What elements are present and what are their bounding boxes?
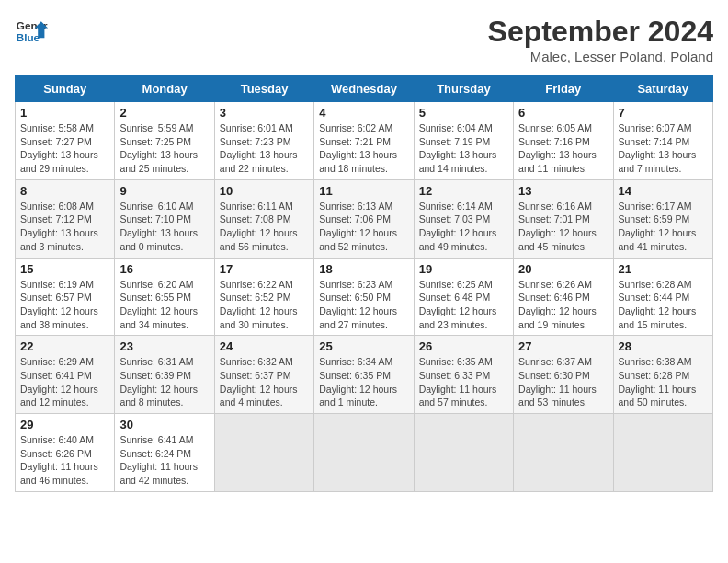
weekday-header: Monday — [115, 76, 214, 102]
day-info: Sunrise: 6:32 AM Sunset: 6:37 PM Dayligh… — [220, 355, 309, 409]
calendar-cell: 24Sunrise: 6:32 AM Sunset: 6:37 PM Dayli… — [214, 336, 313, 414]
calendar-table: SundayMondayTuesdayWednesdayThursdayFrid… — [15, 75, 713, 492]
day-number: 16 — [119, 262, 209, 276]
calendar-cell: 28Sunrise: 6:38 AM Sunset: 6:28 PM Dayli… — [613, 336, 712, 414]
calendar-cell: 22Sunrise: 6:29 AM Sunset: 6:41 PM Dayli… — [16, 336, 115, 414]
day-number: 23 — [119, 339, 209, 353]
day-number: 2 — [119, 106, 209, 120]
calendar-week-row: 8Sunrise: 6:08 AM Sunset: 7:12 PM Daylig… — [16, 179, 713, 258]
day-info: Sunrise: 6:02 AM Sunset: 7:21 PM Dayligh… — [319, 121, 408, 176]
day-info: Sunrise: 6:17 AM Sunset: 6:59 PM Dayligh… — [619, 200, 708, 254]
day-info: Sunrise: 6:20 AM Sunset: 6:55 PM Dayligh… — [119, 278, 209, 332]
calendar-week-row: 15Sunrise: 6:19 AM Sunset: 6:57 PM Dayli… — [16, 258, 713, 336]
day-number: 19 — [419, 262, 508, 276]
day-number: 5 — [419, 106, 508, 120]
calendar-cell: 25Sunrise: 6:34 AM Sunset: 6:35 PM Dayli… — [314, 336, 414, 414]
day-info: Sunrise: 6:10 AM Sunset: 7:10 PM Dayligh… — [119, 200, 209, 254]
day-info: Sunrise: 6:28 AM Sunset: 6:44 PM Dayligh… — [619, 278, 708, 332]
day-number: 8 — [20, 184, 109, 198]
day-number: 9 — [119, 184, 209, 198]
day-info: Sunrise: 6:14 AM Sunset: 7:03 PM Dayligh… — [419, 200, 508, 254]
day-info: Sunrise: 6:41 AM Sunset: 6:24 PM Dayligh… — [119, 433, 209, 488]
calendar-cell: 15Sunrise: 6:19 AM Sunset: 6:57 PM Dayli… — [16, 258, 115, 336]
calendar-cell — [613, 414, 712, 492]
calendar-cell: 21Sunrise: 6:28 AM Sunset: 6:44 PM Dayli… — [613, 258, 712, 336]
calendar-cell: 7Sunrise: 6:07 AM Sunset: 7:14 PM Daylig… — [613, 102, 712, 180]
weekday-header: Wednesday — [314, 76, 414, 102]
calendar-body: 1Sunrise: 5:58 AM Sunset: 7:27 PM Daylig… — [16, 102, 713, 492]
calendar-cell — [214, 414, 313, 492]
day-number: 29 — [20, 418, 109, 431]
calendar-cell: 1Sunrise: 5:58 AM Sunset: 7:27 PM Daylig… — [16, 102, 115, 180]
location: Malec, Lesser Poland, Poland — [488, 49, 713, 64]
weekday-header: Sunday — [16, 76, 115, 102]
day-number: 12 — [419, 184, 508, 198]
calendar-cell: 12Sunrise: 6:14 AM Sunset: 7:03 PM Dayli… — [414, 179, 513, 258]
day-number: 17 — [220, 262, 309, 276]
calendar-cell: 23Sunrise: 6:31 AM Sunset: 6:39 PM Dayli… — [115, 336, 214, 414]
day-number: 7 — [619, 106, 708, 120]
day-info: Sunrise: 6:22 AM Sunset: 6:52 PM Dayligh… — [220, 278, 309, 332]
calendar-cell: 30Sunrise: 6:41 AM Sunset: 6:24 PM Dayli… — [115, 414, 214, 492]
calendar-cell: 4Sunrise: 6:02 AM Sunset: 7:21 PM Daylig… — [314, 102, 414, 180]
day-number: 15 — [20, 262, 109, 276]
day-info: Sunrise: 5:58 AM Sunset: 7:27 PM Dayligh… — [20, 121, 109, 176]
calendar-week-row: 22Sunrise: 6:29 AM Sunset: 6:41 PM Dayli… — [16, 336, 713, 414]
calendar-header: SundayMondayTuesdayWednesdayThursdayFrid… — [16, 76, 713, 102]
day-number: 27 — [518, 339, 608, 353]
day-info: Sunrise: 6:07 AM Sunset: 7:14 PM Dayligh… — [619, 121, 708, 176]
day-info: Sunrise: 6:16 AM Sunset: 7:01 PM Dayligh… — [518, 200, 608, 254]
day-number: 4 — [319, 106, 408, 120]
calendar-cell: 14Sunrise: 6:17 AM Sunset: 6:59 PM Dayli… — [613, 179, 712, 258]
weekday-row: SundayMondayTuesdayWednesdayThursdayFrid… — [16, 76, 713, 102]
day-number: 21 — [619, 262, 708, 276]
day-info: Sunrise: 6:13 AM Sunset: 7:06 PM Dayligh… — [319, 200, 408, 254]
day-number: 25 — [319, 339, 408, 353]
calendar-cell — [414, 414, 513, 492]
day-info: Sunrise: 6:08 AM Sunset: 7:12 PM Dayligh… — [20, 200, 109, 254]
day-info: Sunrise: 6:11 AM Sunset: 7:08 PM Dayligh… — [220, 200, 309, 254]
day-number: 22 — [20, 339, 109, 353]
day-number: 6 — [518, 106, 608, 120]
logo-icon: General Blue — [15, 15, 48, 48]
month-title: September 2024 — [488, 15, 713, 49]
day-info: Sunrise: 6:04 AM Sunset: 7:19 PM Dayligh… — [419, 121, 508, 176]
day-number: 13 — [518, 184, 608, 198]
day-number: 24 — [220, 339, 309, 353]
day-info: Sunrise: 6:19 AM Sunset: 6:57 PM Dayligh… — [20, 278, 109, 332]
day-info: Sunrise: 6:35 AM Sunset: 6:33 PM Dayligh… — [419, 355, 508, 409]
day-info: Sunrise: 6:26 AM Sunset: 6:46 PM Dayligh… — [518, 278, 608, 332]
day-info: Sunrise: 6:34 AM Sunset: 6:35 PM Dayligh… — [319, 355, 408, 409]
day-number: 11 — [319, 184, 408, 198]
calendar-cell: 20Sunrise: 6:26 AM Sunset: 6:46 PM Dayli… — [514, 258, 613, 336]
weekday-header: Thursday — [414, 76, 513, 102]
calendar-cell: 16Sunrise: 6:20 AM Sunset: 6:55 PM Dayli… — [115, 258, 214, 336]
calendar-week-row: 29Sunrise: 6:40 AM Sunset: 6:26 PM Dayli… — [16, 414, 713, 492]
day-number: 10 — [220, 184, 309, 198]
calendar-cell: 11Sunrise: 6:13 AM Sunset: 7:06 PM Dayli… — [314, 179, 414, 258]
day-info: Sunrise: 6:40 AM Sunset: 6:26 PM Dayligh… — [20, 433, 109, 488]
page-header: General Blue September 2024 Malec, Lesse… — [15, 15, 713, 64]
day-number: 20 — [518, 262, 608, 276]
calendar-cell: 13Sunrise: 6:16 AM Sunset: 7:01 PM Dayli… — [514, 179, 613, 258]
day-number: 28 — [619, 339, 708, 353]
calendar-week-row: 1Sunrise: 5:58 AM Sunset: 7:27 PM Daylig… — [16, 102, 713, 180]
day-number: 1 — [20, 106, 109, 120]
day-number: 3 — [220, 106, 309, 120]
calendar-cell: 9Sunrise: 6:10 AM Sunset: 7:10 PM Daylig… — [115, 179, 214, 258]
day-info: Sunrise: 6:37 AM Sunset: 6:30 PM Dayligh… — [518, 355, 608, 409]
calendar-cell: 19Sunrise: 6:25 AM Sunset: 6:48 PM Dayli… — [414, 258, 513, 336]
weekday-header: Friday — [514, 76, 613, 102]
day-info: Sunrise: 6:38 AM Sunset: 6:28 PM Dayligh… — [619, 355, 708, 409]
title-block: September 2024 Malec, Lesser Poland, Pol… — [488, 15, 713, 64]
day-info: Sunrise: 6:31 AM Sunset: 6:39 PM Dayligh… — [119, 355, 209, 409]
calendar-cell: 18Sunrise: 6:23 AM Sunset: 6:50 PM Dayli… — [314, 258, 414, 336]
calendar-cell: 8Sunrise: 6:08 AM Sunset: 7:12 PM Daylig… — [16, 179, 115, 258]
day-info: Sunrise: 6:05 AM Sunset: 7:16 PM Dayligh… — [518, 121, 608, 176]
calendar-cell: 27Sunrise: 6:37 AM Sunset: 6:30 PM Dayli… — [514, 336, 613, 414]
calendar-cell: 17Sunrise: 6:22 AM Sunset: 6:52 PM Dayli… — [214, 258, 313, 336]
day-info: Sunrise: 6:01 AM Sunset: 7:23 PM Dayligh… — [220, 121, 309, 176]
calendar-cell: 29Sunrise: 6:40 AM Sunset: 6:26 PM Dayli… — [16, 414, 115, 492]
weekday-header: Tuesday — [214, 76, 313, 102]
svg-text:Blue: Blue — [17, 31, 40, 43]
